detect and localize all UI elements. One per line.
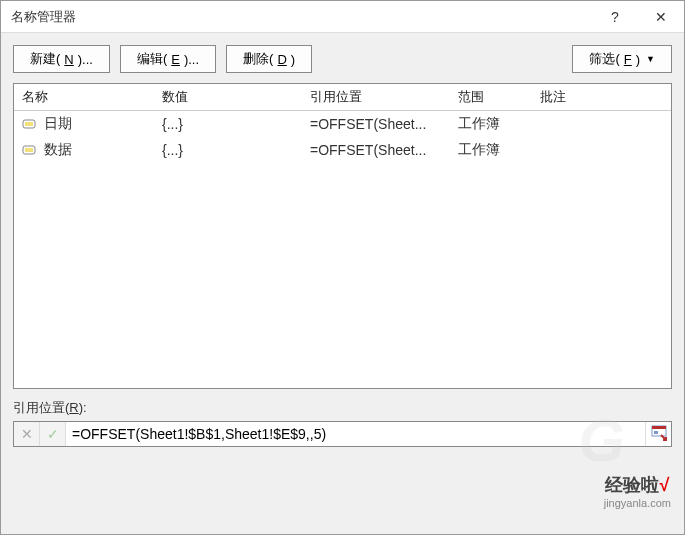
accept-edit-button[interactable]: ✓ [40, 422, 66, 446]
svg-rect-6 [654, 431, 658, 434]
help-icon: ? [611, 9, 619, 25]
dialog-title: 名称管理器 [11, 8, 592, 26]
row-refers: =OFFSET(Sheet... [302, 114, 450, 134]
row-refers: =OFFSET(Sheet... [302, 140, 450, 160]
refers-to-label: 引用位置(R): [13, 399, 672, 417]
names-list[interactable]: 名称 数值 引用位置 范围 批注 日期 {...} =OFFSET(Sheet.… [13, 83, 672, 389]
titlebar: 名称管理器 ? ✕ [1, 1, 684, 33]
refers-to-area: 引用位置(R): ✕ ✓ [13, 399, 672, 447]
row-value: {...} [154, 114, 302, 134]
help-button[interactable]: ? [592, 1, 638, 33]
x-icon: ✕ [21, 426, 33, 442]
toolbar: 新建(N)... 编辑(E)... 删除(D) 筛选(F)▼ [1, 33, 684, 83]
range-picker-button[interactable] [645, 422, 671, 446]
check-icon: ✓ [47, 426, 59, 442]
name-tag-icon [22, 144, 38, 156]
close-button[interactable]: ✕ [638, 1, 684, 33]
edit-button[interactable]: 编辑(E)... [120, 45, 216, 73]
header-refers[interactable]: 引用位置 [302, 84, 450, 110]
name-manager-dialog: 名称管理器 ? ✕ 新建(N)... 编辑(E)... 删除(D) 筛选(F)▼… [0, 0, 685, 535]
svg-rect-5 [652, 426, 666, 429]
row-comment [532, 148, 671, 152]
header-value[interactable]: 数值 [154, 84, 302, 110]
svg-rect-1 [25, 122, 33, 126]
filter-button[interactable]: 筛选(F)▼ [572, 45, 672, 73]
row-comment [532, 122, 671, 126]
close-icon: ✕ [655, 9, 667, 25]
chevron-down-icon: ▼ [646, 54, 655, 64]
row-value: {...} [154, 140, 302, 160]
header-scope[interactable]: 范围 [450, 84, 532, 110]
row-scope: 工作簿 [450, 139, 532, 161]
table-row[interactable]: 日期 {...} =OFFSET(Sheet... 工作簿 [14, 111, 671, 137]
row-scope: 工作簿 [450, 113, 532, 135]
header-name[interactable]: 名称 [14, 84, 154, 110]
svg-rect-3 [25, 148, 33, 152]
list-header: 名称 数值 引用位置 范围 批注 [14, 84, 671, 111]
delete-button[interactable]: 删除(D) [226, 45, 312, 73]
refers-to-input[interactable] [66, 422, 645, 446]
cancel-edit-button[interactable]: ✕ [14, 422, 40, 446]
row-name: 日期 [44, 115, 72, 133]
refers-to-row: ✕ ✓ [13, 421, 672, 447]
range-picker-icon [651, 425, 667, 444]
header-comment[interactable]: 批注 [532, 84, 671, 110]
table-row[interactable]: 数据 {...} =OFFSET(Sheet... 工作簿 [14, 137, 671, 163]
name-tag-icon [22, 118, 38, 130]
row-name: 数据 [44, 141, 72, 159]
new-button[interactable]: 新建(N)... [13, 45, 110, 73]
